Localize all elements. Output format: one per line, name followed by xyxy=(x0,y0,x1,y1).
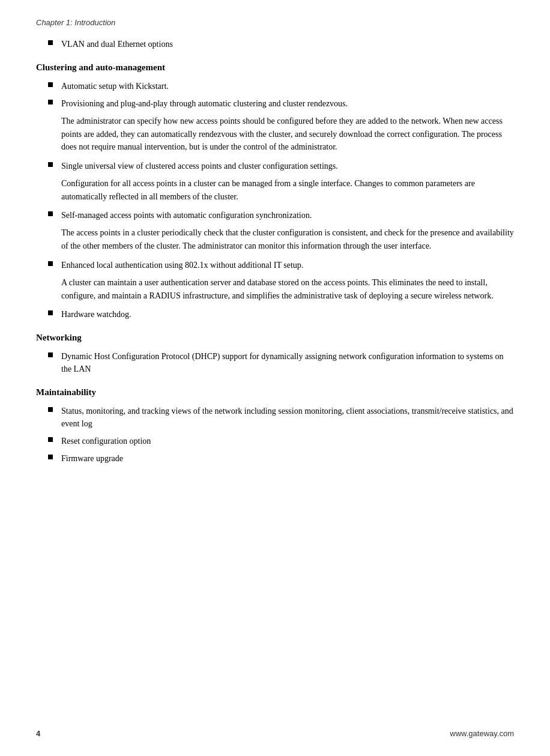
intro-bullet-text: VLAN and dual Ethernet options xyxy=(61,38,514,50)
footer-page-number: 4 xyxy=(36,729,40,738)
bullet-text: Self-managed access points with automati… xyxy=(61,209,514,222)
bullet-text: Firmware upgrade xyxy=(61,452,514,465)
bullet-square-icon xyxy=(48,162,53,167)
sub-paragraph: The administrator can specify how new ac… xyxy=(36,115,514,154)
bullet-square-icon xyxy=(48,82,53,87)
list-item: Automatic setup with Kickstart. xyxy=(36,80,514,92)
list-item: Dynamic Host Configuration Protocol (DHC… xyxy=(36,350,514,375)
reset-configuration-text: Reset configuration option xyxy=(61,435,514,447)
list-item: Self-managed access points with automati… xyxy=(36,209,514,222)
bullet-text: Enhanced local authentication using 802.… xyxy=(61,259,514,271)
bullet-text: Dynamic Host Configuration Protocol (DHC… xyxy=(61,350,514,375)
chapter-header: Chapter 1: Introduction xyxy=(36,18,514,27)
list-item: Provisioning and plug-and-play through a… xyxy=(36,97,514,110)
bullet-text: Single universal view of clustered acces… xyxy=(61,160,514,172)
list-item: Single universal view of clustered acces… xyxy=(36,160,514,172)
list-item: Reset configuration option xyxy=(36,435,514,447)
bullet-text: Hardware watchdog. xyxy=(61,308,514,321)
bullet-square-icon xyxy=(48,407,53,412)
bullet-square-icon xyxy=(48,310,53,315)
bullet-square-icon xyxy=(48,261,53,266)
bullet-square-icon xyxy=(48,455,53,459)
clustering-heading: Clustering and auto-management xyxy=(36,62,514,73)
bullet-text: Provisioning and plug-and-play through a… xyxy=(61,97,514,110)
maintainability-heading: Maintainability xyxy=(36,387,514,398)
list-item: Enhanced local authentication using 802.… xyxy=(36,259,514,271)
list-item: Hardware watchdog. xyxy=(36,308,514,321)
bullet-square-icon xyxy=(48,100,53,104)
bullet-text: Status, monitoring, and tracking views o… xyxy=(61,405,514,430)
bullet-text: Automatic setup with Kickstart. xyxy=(61,80,514,92)
sub-paragraph: The access points in a cluster periodica… xyxy=(36,226,514,252)
list-item: Firmware upgrade xyxy=(36,452,514,465)
bullet-square-icon xyxy=(48,437,53,442)
page-container: Chapter 1: Introduction VLAN and dual Et… xyxy=(0,0,550,756)
bullet-square-icon xyxy=(48,211,53,216)
bullet-square-icon xyxy=(48,352,53,357)
sub-paragraph: A cluster can maintain a user authentica… xyxy=(36,276,514,302)
list-item: Status, monitoring, and tracking views o… xyxy=(36,405,514,430)
intro-bullet-item: VLAN and dual Ethernet options xyxy=(36,38,514,50)
bullet-square-icon xyxy=(48,40,53,45)
page-footer: 4 www.gateway.com xyxy=(0,729,550,738)
networking-heading: Networking xyxy=(36,333,514,343)
footer-url: www.gateway.com xyxy=(450,729,514,738)
sub-paragraph: Configuration for all access points in a… xyxy=(36,177,514,203)
